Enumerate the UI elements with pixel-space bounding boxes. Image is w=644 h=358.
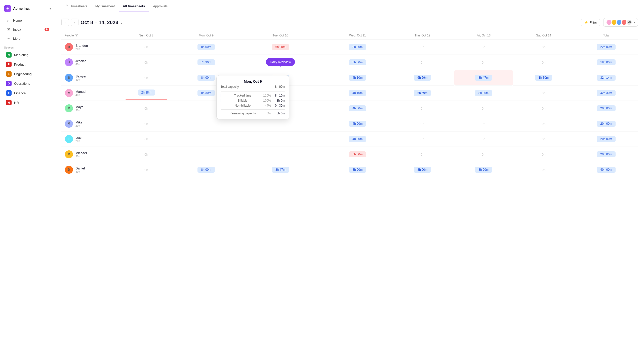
time-cell[interactable] <box>236 147 325 162</box>
time-cell[interactable]: 0h <box>513 131 575 147</box>
time-cell[interactable]: 8h 00m <box>176 39 236 55</box>
card-title: Mon, Oct 9 <box>221 79 285 83</box>
time-cell[interactable]: 0h <box>454 55 513 70</box>
time-cell[interactable]: 0h <box>454 147 513 162</box>
time-cell[interactable]: 0h <box>117 162 176 177</box>
more-icon: ⋯ <box>6 36 11 41</box>
tab-approvals[interactable]: Approvals <box>149 1 172 12</box>
prev-week-button[interactable]: ‹ <box>61 19 69 26</box>
time-cell[interactable]: 0h <box>513 85 575 101</box>
time-cell[interactable]: 6h 00m <box>324 147 391 162</box>
time-cell[interactable]: 1h 30m <box>513 70 575 85</box>
filter-button[interactable]: ⚡ Filter <box>581 19 600 26</box>
sidebar-item-inbox[interactable]: ✉ Inbox 9 <box>2 25 53 34</box>
operations-label: Operations <box>14 82 30 85</box>
time-cell[interactable]: 8h 47m <box>454 70 513 85</box>
total-badge: 20h 00m <box>597 151 616 157</box>
remaining-label: Remaining capacity <box>223 112 262 115</box>
time-badge: 6h 59m <box>414 90 431 96</box>
time-cell[interactable]: 8h 47m <box>236 162 325 177</box>
total-cell: 20h 00m <box>574 116 638 131</box>
time-zero: 0h <box>482 45 485 49</box>
time-cell[interactable]: 6h 59m <box>391 70 454 85</box>
time-cell[interactable]: 8h 00m <box>454 162 513 177</box>
inbox-badge: 9 <box>45 28 49 31</box>
time-cell[interactable]: 4h 00m <box>324 131 391 147</box>
total-cell: 20h 00m <box>574 101 638 116</box>
col-fri: Fri, Oct 13 <box>454 32 513 39</box>
time-cell[interactable]: 0h <box>117 55 176 70</box>
time-cell[interactable]: 0h <box>391 101 454 116</box>
tooltip-cell[interactable]: 2h 48m Daily overview Mon, Oct 9 Total c… <box>236 70 325 85</box>
time-cell[interactable]: 0h <box>513 39 575 55</box>
tab-all-timesheets[interactable]: All timesheets <box>119 1 149 12</box>
time-cell[interactable]: 4h 10m <box>324 85 391 101</box>
next-week-button[interactable]: › <box>71 19 78 26</box>
time-cell[interactable]: 0h <box>117 116 176 131</box>
time-zero: 0h <box>144 137 148 141</box>
time-badge: 8h 00m <box>349 59 366 65</box>
time-cell[interactable] <box>236 131 325 147</box>
time-cell[interactable]: 8h 00m <box>324 55 391 70</box>
people-count-label: People (7) <box>64 34 78 37</box>
tab-timesheets[interactable]: ⏱ Timesheets <box>61 1 91 12</box>
person-name: Izac <box>75 136 82 140</box>
time-cell[interactable]: 0h <box>391 131 454 147</box>
daily-overview-bubble: Daily overview <box>266 58 295 66</box>
time-cell[interactable]: 0h <box>117 39 176 55</box>
time-cell[interactable]: 0h <box>513 55 575 70</box>
person-name: Maya <box>75 105 84 109</box>
col-wed: Wed, Oct 11 <box>324 32 391 39</box>
sidebar-item-marketing[interactable]: M Marketing <box>2 50 53 59</box>
time-cell[interactable]: 8h 00m <box>324 39 391 55</box>
time-cell[interactable]: 0h <box>513 162 575 177</box>
time-cell[interactable] <box>176 147 236 162</box>
time-cell[interactable]: 0h <box>117 101 176 116</box>
time-cell[interactable]: 8h 00m <box>176 162 236 177</box>
time-cell[interactable]: 0h <box>391 147 454 162</box>
time-cell[interactable]: 0h <box>513 101 575 116</box>
time-cell[interactable] <box>176 131 236 147</box>
time-cell[interactable]: 0h <box>391 116 454 131</box>
tab-my-timesheet[interactable]: My timesheet <box>91 1 119 12</box>
date-range-selector[interactable]: Oct 8 – 14, 2023 ⌄ <box>80 20 123 25</box>
time-cell[interactable]: 0h <box>454 101 513 116</box>
time-cell[interactable]: 0h <box>117 131 176 147</box>
time-cell[interactable]: 4h 10m <box>324 70 391 85</box>
time-badge: 6h 00m <box>272 44 289 50</box>
sort-icon[interactable]: ↓ <box>80 34 82 37</box>
app-logo[interactable]: ✦ Acme Inc. ▾ <box>0 3 55 16</box>
total-badge: 40h 00m <box>597 167 616 173</box>
time-cell[interactable]: 0h <box>117 70 176 85</box>
sidebar-item-home[interactable]: ⌂ Home <box>2 16 53 25</box>
time-cell[interactable]: 0h <box>391 55 454 70</box>
time-cell[interactable]: 8h 00m <box>454 85 513 101</box>
person-hours: 20h <box>75 124 82 127</box>
time-cell[interactable]: 8h 00m <box>391 162 454 177</box>
billable-label: Billable <box>223 99 262 102</box>
avatar-filter-group[interactable]: +5 ▾ <box>603 18 638 27</box>
sidebar-item-operations[interactable]: O Operations <box>2 79 53 88</box>
person-cell: M Mike 20h <box>61 116 117 131</box>
time-cell[interactable]: 0h <box>454 39 513 55</box>
time-cell[interactable]: 4h 00m <box>324 116 391 131</box>
person-hours: 20h <box>75 109 84 112</box>
time-cell[interactable]: 8h 00m <box>324 162 391 177</box>
time-cell[interactable]: 2h 38m <box>117 85 176 101</box>
sidebar-item-product[interactable]: P Product <box>2 60 53 69</box>
time-cell[interactable]: 0h <box>513 116 575 131</box>
time-cell[interactable]: 6h 00m <box>236 39 325 55</box>
time-cell[interactable]: 0h <box>391 39 454 55</box>
time-cell[interactable]: 0h <box>454 116 513 131</box>
time-cell[interactable]: 6h 59m <box>391 85 454 101</box>
total-badge: 22h 00m <box>597 44 616 50</box>
time-cell[interactable]: 7h 30m <box>176 55 236 70</box>
sidebar-item-hr[interactable]: H HR <box>2 98 53 107</box>
time-cell[interactable]: 0h <box>454 131 513 147</box>
sidebar-item-finance[interactable]: F Finance <box>2 88 53 98</box>
sidebar-item-engineering[interactable]: E Engineering <box>2 69 53 78</box>
time-cell[interactable]: 4h 00m <box>324 101 391 116</box>
time-cell[interactable]: 0h <box>513 147 575 162</box>
time-cell[interactable]: 0h <box>117 147 176 162</box>
sidebar-item-more[interactable]: ⋯ More <box>2 34 53 43</box>
